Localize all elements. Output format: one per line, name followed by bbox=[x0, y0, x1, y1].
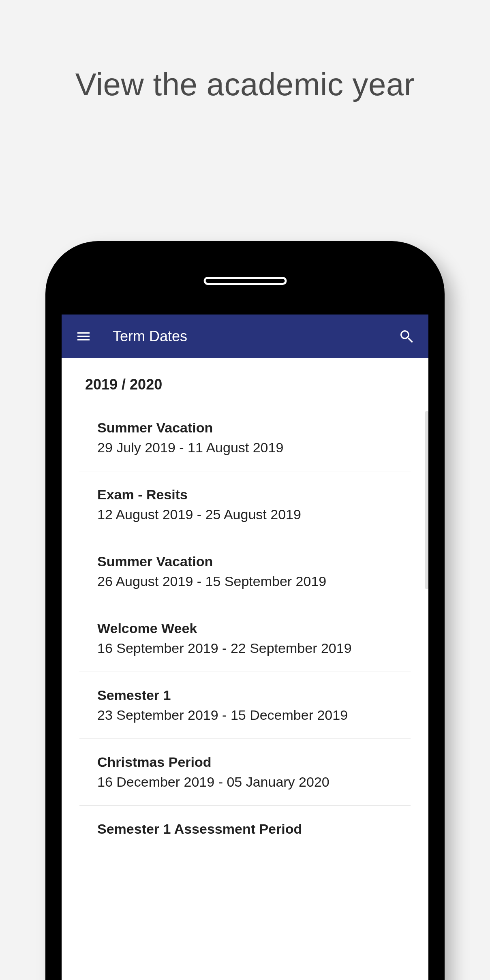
scrollbar[interactable] bbox=[425, 411, 428, 589]
list-item[interactable]: Semester 1 23 September 2019 - 15 Decemb… bbox=[79, 672, 411, 739]
term-dates: 29 July 2019 - 11 August 2019 bbox=[97, 440, 401, 456]
term-title: Summer Vacation bbox=[97, 420, 401, 436]
search-icon bbox=[398, 328, 415, 344]
term-list: Summer Vacation 29 July 2019 - 11 August… bbox=[62, 404, 428, 856]
academic-year-heading: 2019 / 2020 bbox=[62, 358, 428, 404]
content-area: 2019 / 2020 Summer Vacation 29 July 2019… bbox=[62, 358, 428, 980]
term-dates: 12 August 2019 - 25 August 2019 bbox=[97, 507, 401, 522]
list-item[interactable]: Welcome Week 16 September 2019 - 22 Sept… bbox=[79, 605, 411, 672]
term-title: Exam - Resits bbox=[97, 487, 401, 503]
term-title: Christmas Period bbox=[97, 754, 401, 770]
phone-frame: Term Dates 2019 / 2020 Summer Vacation 2… bbox=[45, 241, 445, 980]
term-title: Semester 1 Assessment Period bbox=[97, 821, 401, 837]
search-button[interactable] bbox=[394, 324, 419, 349]
page-heading: View the academic year bbox=[0, 0, 490, 105]
phone-screen: Term Dates 2019 / 2020 Summer Vacation 2… bbox=[62, 315, 428, 980]
term-dates: 23 September 2019 - 15 December 2019 bbox=[97, 707, 401, 723]
term-dates: 26 August 2019 - 15 September 2019 bbox=[97, 573, 401, 589]
menu-button[interactable] bbox=[71, 324, 96, 349]
app-title: Term Dates bbox=[113, 328, 187, 345]
term-title: Semester 1 bbox=[97, 687, 401, 703]
app-bar: Term Dates bbox=[62, 315, 428, 358]
list-item[interactable]: Summer Vacation 29 July 2019 - 11 August… bbox=[79, 404, 411, 471]
list-item[interactable]: Semester 1 Assessment Period bbox=[79, 806, 411, 856]
hamburger-icon bbox=[75, 328, 92, 344]
list-item[interactable]: Summer Vacation 26 August 2019 - 15 Sept… bbox=[79, 538, 411, 605]
list-item[interactable]: Christmas Period 16 December 2019 - 05 J… bbox=[79, 739, 411, 806]
term-title: Welcome Week bbox=[97, 621, 401, 636]
term-dates: 16 December 2019 - 05 January 2020 bbox=[97, 774, 401, 790]
term-title: Summer Vacation bbox=[97, 554, 401, 569]
list-item[interactable]: Exam - Resits 12 August 2019 - 25 August… bbox=[79, 471, 411, 538]
term-dates: 16 September 2019 - 22 September 2019 bbox=[97, 640, 401, 656]
phone-speaker bbox=[203, 277, 287, 285]
